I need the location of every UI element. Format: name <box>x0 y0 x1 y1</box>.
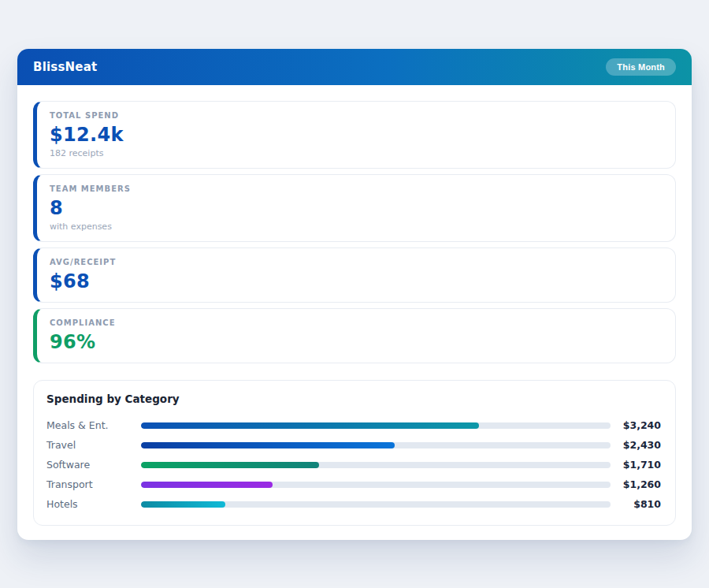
period-badge[interactable]: This Month <box>606 58 676 76</box>
chart-title: Spending by Category <box>46 393 661 405</box>
stat-value: $68 <box>50 270 663 292</box>
dashboard-panel: BlissNeat This Month TOTAL SPEND $12.4k … <box>17 49 692 540</box>
bar-fill-meals <box>141 422 479 429</box>
stat-card-team-members: TEAM MEMBERS 8 with expenses <box>33 174 676 242</box>
bar-track <box>141 482 611 488</box>
bar-track <box>141 422 611 429</box>
category-value: $1,710 <box>611 459 661 471</box>
stat-subtext: with expenses <box>50 221 663 232</box>
chart-row-software: Software $1,710 <box>46 455 661 474</box>
bar-fill-transport <box>141 482 273 488</box>
chart-row-travel: Travel $2,430 <box>46 435 661 455</box>
stat-value: 96% <box>50 331 663 353</box>
category-value: $810 <box>611 498 661 510</box>
category-value: $1,260 <box>611 478 661 490</box>
chart-row-hotels: Hotels $810 <box>46 494 661 514</box>
stat-card-total-spend: TOTAL SPEND $12.4k 182 receipts <box>33 101 676 169</box>
chart-row-meals: Meals & Ent. $3,240 <box>46 415 661 435</box>
category-label: Travel <box>46 439 141 451</box>
stat-label: AVG/RECEIPT <box>50 258 663 266</box>
category-value: $2,430 <box>611 439 661 451</box>
stat-card-compliance: COMPLIANCE 96% <box>33 308 676 363</box>
spending-by-category-chart: Spending by Category Meals & Ent. $3,240… <box>33 380 676 526</box>
app-header: BlissNeat This Month <box>17 49 692 85</box>
stat-subtext: 182 receipts <box>50 148 663 158</box>
category-label: Software <box>46 459 141 471</box>
dashboard-content: TOTAL SPEND $12.4k 182 receipts TEAM MEM… <box>17 85 692 540</box>
bar-track <box>141 501 611 508</box>
bar-track <box>141 462 611 468</box>
chart-row-transport: Transport $1,260 <box>46 474 661 494</box>
category-label: Hotels <box>46 498 141 510</box>
bar-fill-hotels <box>141 501 225 508</box>
category-label: Meals & Ent. <box>46 419 141 431</box>
stat-card-avg-receipt: AVG/RECEIPT $68 <box>33 247 676 303</box>
bar-fill-software <box>141 462 319 468</box>
stat-label: COMPLIANCE <box>50 318 663 327</box>
category-value: $3,240 <box>611 419 661 431</box>
stat-label: TEAM MEMBERS <box>50 184 663 193</box>
app-title: BlissNeat <box>33 60 97 74</box>
stat-value: $12.4k <box>50 124 663 146</box>
category-label: Transport <box>46 478 141 490</box>
stat-label: TOTAL SPEND <box>50 111 663 120</box>
stat-value: 8 <box>50 197 663 219</box>
bar-track <box>141 442 611 448</box>
bar-fill-travel <box>141 442 395 448</box>
